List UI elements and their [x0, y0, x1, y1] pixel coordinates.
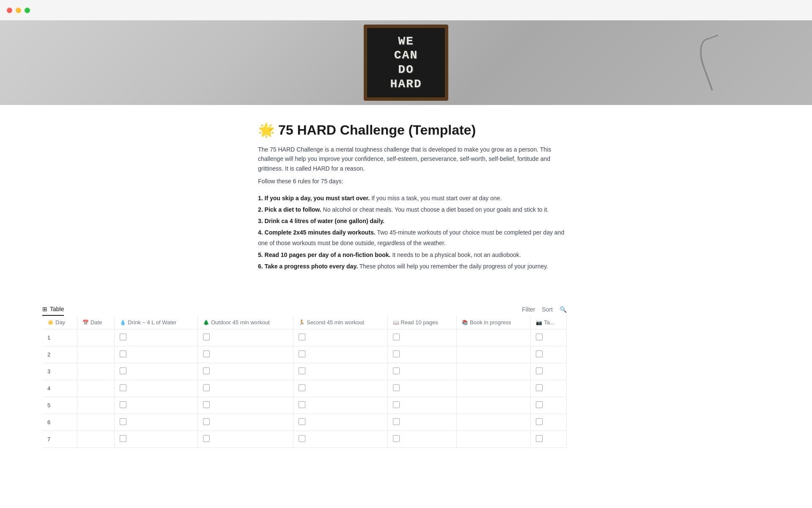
- photo-check-2[interactable]: [531, 346, 567, 363]
- checkbox[interactable]: [393, 418, 400, 425]
- outdoor-check-7[interactable]: [198, 431, 293, 447]
- sort-button[interactable]: Sort: [542, 306, 553, 313]
- second-check-4[interactable]: [294, 380, 387, 397]
- book-check-2: [457, 346, 531, 363]
- water-check-5[interactable]: [115, 397, 198, 414]
- second-check-3[interactable]: [294, 363, 387, 380]
- checkbox[interactable]: [393, 384, 400, 391]
- checkbox[interactable]: [120, 351, 126, 357]
- checkbox[interactable]: [299, 435, 305, 442]
- checkbox[interactable]: [120, 334, 126, 340]
- checkbox[interactable]: [536, 334, 543, 340]
- maximize-button[interactable]: [25, 8, 30, 13]
- photo-check-5[interactable]: [531, 397, 567, 414]
- photo-check-1[interactable]: [531, 329, 567, 346]
- checkbox[interactable]: [299, 384, 305, 391]
- table-tab-icon: ⊞: [42, 306, 47, 312]
- read-check-6[interactable]: [387, 414, 457, 431]
- read-check-5[interactable]: [387, 397, 457, 414]
- day-cell-5: 5: [42, 397, 77, 414]
- water-check-4[interactable]: [115, 380, 198, 397]
- rule-4-bold: 4. Complete 2x45 minutes daily workouts.: [258, 229, 376, 236]
- checkbox[interactable]: [393, 435, 400, 442]
- outdoor-check-5[interactable]: [198, 397, 293, 414]
- col-photo: 📷Ta...: [531, 316, 567, 329]
- second-check-5[interactable]: [294, 397, 387, 414]
- checkbox[interactable]: [299, 418, 305, 425]
- photo-check-3[interactable]: [531, 363, 567, 380]
- checkbox[interactable]: [203, 334, 210, 340]
- photo-check-4[interactable]: [531, 380, 567, 397]
- checkbox[interactable]: [299, 367, 305, 374]
- minimize-button[interactable]: [16, 8, 21, 13]
- second-check-7[interactable]: [294, 431, 387, 447]
- book-check-6: [457, 414, 531, 431]
- checkbox[interactable]: [536, 367, 543, 374]
- checkbox[interactable]: [299, 334, 305, 340]
- checkbox[interactable]: [120, 384, 126, 391]
- window-chrome: [0, 0, 812, 20]
- checkbox[interactable]: [536, 351, 543, 357]
- checkbox[interactable]: [299, 401, 305, 408]
- title-text: 75 HARD Challenge (Template): [278, 122, 476, 138]
- book-check-3: [457, 363, 531, 380]
- outdoor-check-6[interactable]: [198, 414, 293, 431]
- checkbox[interactable]: [536, 384, 543, 391]
- page-title: 🌟 75 HARD Challenge (Template): [258, 122, 571, 138]
- water-check-2[interactable]: [115, 346, 198, 363]
- outdoor-check-2[interactable]: [198, 346, 293, 363]
- checkbox[interactable]: [203, 401, 210, 408]
- hero-branch-decoration: [694, 34, 735, 91]
- photo-check-7[interactable]: [531, 431, 567, 447]
- checkbox[interactable]: [393, 351, 400, 357]
- checkbox[interactable]: [393, 401, 400, 408]
- checkbox[interactable]: [203, 351, 210, 357]
- table-row: 4: [42, 380, 567, 397]
- checkbox[interactable]: [536, 435, 543, 442]
- checkbox[interactable]: [393, 367, 400, 374]
- col-water: 💧Drink ~ 4 L of Water: [115, 316, 198, 329]
- description-2: Follow these 6 rules for 75 days:: [258, 177, 571, 186]
- close-button[interactable]: [7, 8, 12, 13]
- rule-2-bold: 2. Pick a diet to follow.: [258, 206, 321, 213]
- checkbox[interactable]: [536, 401, 543, 408]
- day-cell-6: 6: [42, 414, 77, 431]
- rule-1: 1. If you skip a day, you must start ove…: [258, 193, 571, 204]
- checkbox[interactable]: [203, 367, 210, 374]
- table-tab[interactable]: ⊞ Table: [42, 303, 64, 316]
- read-check-7[interactable]: [387, 431, 457, 447]
- second-check-6[interactable]: [294, 414, 387, 431]
- checkbox[interactable]: [203, 418, 210, 425]
- second-check-1[interactable]: [294, 329, 387, 346]
- checkbox[interactable]: [120, 367, 126, 374]
- read-check-1[interactable]: [387, 329, 457, 346]
- checkbox[interactable]: [120, 435, 126, 442]
- read-col-icon: 📖: [393, 320, 399, 326]
- day-cell-7: 7: [42, 431, 77, 447]
- rule-3-bold: 3. Drink ca 4 litres of water (one gallo…: [258, 218, 384, 224]
- outdoor-check-1[interactable]: [198, 329, 293, 346]
- second-check-2[interactable]: [294, 346, 387, 363]
- main-content: WECANDOHARD 🌟 75 HARD Challenge (Templat…: [0, 20, 812, 448]
- read-check-4[interactable]: [387, 380, 457, 397]
- table-tab-label: Table: [50, 306, 64, 312]
- water-check-7[interactable]: [115, 431, 198, 447]
- filter-button[interactable]: Filter: [522, 306, 535, 313]
- book-check-1: [457, 329, 531, 346]
- checkbox[interactable]: [203, 435, 210, 442]
- checkbox[interactable]: [299, 351, 305, 357]
- outdoor-check-4[interactable]: [198, 380, 293, 397]
- water-check-6[interactable]: [115, 414, 198, 431]
- checkbox[interactable]: [203, 384, 210, 391]
- read-check-2[interactable]: [387, 346, 457, 363]
- water-check-3[interactable]: [115, 363, 198, 380]
- search-icon[interactable]: 🔍: [560, 306, 567, 313]
- photo-check-6[interactable]: [531, 414, 567, 431]
- checkbox[interactable]: [536, 418, 543, 425]
- water-check-1[interactable]: [115, 329, 198, 346]
- checkbox[interactable]: [393, 334, 400, 340]
- read-check-3[interactable]: [387, 363, 457, 380]
- outdoor-check-3[interactable]: [198, 363, 293, 380]
- checkbox[interactable]: [120, 401, 126, 408]
- checkbox[interactable]: [120, 418, 126, 425]
